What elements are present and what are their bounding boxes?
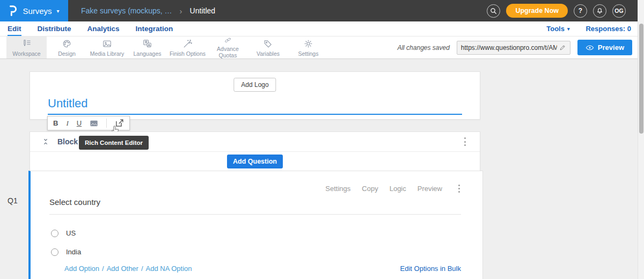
breadcrumb-separator-icon: › bbox=[180, 6, 182, 16]
tab-analytics[interactable]: Analytics bbox=[87, 21, 120, 36]
question-mark-icon: ? bbox=[579, 7, 582, 14]
survey-url-text: https://www.questionpro.com/t/AM1FwZ bbox=[461, 44, 557, 52]
save-status: All changes saved bbox=[397, 44, 449, 52]
question-settings-link[interactable]: Settings bbox=[325, 185, 350, 193]
scrollbar-thumb[interactable] bbox=[639, 24, 643, 134]
question-number: Q1 bbox=[8, 196, 18, 205]
editor-toolbar-row: Workspace Design Media Library Languages bbox=[0, 36, 644, 59]
add-other-link[interactable]: Add Other bbox=[107, 265, 138, 273]
question-actions: Settings Copy Logic Preview bbox=[325, 182, 462, 195]
add-option-link[interactable]: Add Option bbox=[64, 265, 99, 273]
eye-icon bbox=[586, 45, 594, 51]
bold-button[interactable]: B bbox=[53, 120, 58, 127]
toolbar-item-media-library[interactable]: Media Library bbox=[87, 36, 127, 58]
avatar[interactable]: OG bbox=[612, 4, 626, 18]
survey-title-input[interactable]: Untitled bbox=[48, 97, 88, 111]
breadcrumb-current: Untitled bbox=[190, 6, 215, 15]
tab-distribute[interactable]: Distribute bbox=[38, 21, 71, 36]
question-card: Settings Copy Logic Preview Select count… bbox=[28, 171, 483, 279]
block-menu-button[interactable] bbox=[462, 136, 468, 148]
toolbar-item-finish-options[interactable]: Finish Options bbox=[167, 36, 208, 58]
add-question-button[interactable]: Add Question bbox=[227, 155, 283, 168]
answer-option-row: India bbox=[51, 248, 81, 256]
underline-button[interactable]: U bbox=[77, 120, 82, 127]
topbar-actions: Upgrade Now ? OG bbox=[487, 4, 644, 18]
insert-image-button[interactable] bbox=[90, 120, 98, 127]
bell-icon bbox=[596, 7, 603, 14]
question-copy-link[interactable]: Copy bbox=[362, 185, 378, 193]
palette-icon bbox=[62, 39, 72, 49]
add-na-option-link[interactable]: Add NA Option bbox=[146, 265, 192, 273]
search-icon bbox=[490, 8, 497, 14]
toolbar-item-advance-quotas[interactable]: Advance Quotas bbox=[208, 36, 248, 58]
chevron-down-icon: ▾ bbox=[57, 8, 60, 14]
upgrade-button[interactable]: Upgrade Now bbox=[506, 4, 568, 18]
collapse-icon bbox=[42, 137, 49, 146]
translate-icon bbox=[142, 39, 152, 49]
tab-edit[interactable]: Edit bbox=[8, 21, 21, 36]
scrollbar-track[interactable] bbox=[638, 0, 644, 279]
title-focus-underline bbox=[48, 114, 462, 115]
breadcrumb-folder[interactable]: Fake surveys (mockups, … bbox=[81, 6, 172, 15]
survey-nav: Edit Distribute Analytics Integration To… bbox=[0, 21, 644, 36]
answer-option-row: US bbox=[51, 229, 76, 237]
toolbar-item-variables[interactable]: Variables bbox=[248, 36, 288, 58]
tooltip: Rich Content Editor bbox=[79, 136, 149, 150]
notifications-button[interactable] bbox=[593, 4, 606, 18]
toolbar-right: All changes saved https://www.questionpr… bbox=[397, 36, 644, 58]
chevron-down-icon: ▾ bbox=[567, 26, 570, 32]
question-logic-link[interactable]: Logic bbox=[390, 185, 406, 193]
nav-right: Tools ▾ Responses: 0 bbox=[546, 21, 631, 36]
gear-icon bbox=[303, 39, 313, 49]
italic-button[interactable]: I bbox=[66, 120, 68, 127]
toolbar-divider bbox=[106, 119, 107, 128]
question-text-input[interactable]: Select country bbox=[49, 197, 100, 207]
radio-button[interactable] bbox=[51, 230, 58, 237]
toolbar-item-workspace[interactable]: Workspace bbox=[6, 36, 47, 58]
search-button[interactable] bbox=[487, 4, 500, 18]
help-button[interactable]: ? bbox=[574, 4, 587, 18]
rich-text-toolbar: B I U bbox=[47, 116, 130, 130]
option-label[interactable]: India bbox=[66, 248, 81, 256]
tag-icon bbox=[263, 39, 273, 49]
image-icon bbox=[102, 39, 112, 49]
add-question-row: Add Question bbox=[30, 152, 480, 171]
question-divider bbox=[49, 214, 461, 215]
responses-count[interactable]: Responses: 0 bbox=[586, 25, 631, 33]
avatar-initials: OG bbox=[614, 8, 623, 14]
collapse-block-button[interactable] bbox=[42, 137, 49, 146]
survey-canvas: Add Logo Untitled B I U Rich Content Edi… bbox=[0, 59, 644, 279]
breadcrumb: Fake surveys (mockups, … › Untitled bbox=[68, 6, 487, 16]
top-bar: Surveys ▾ Fake surveys (mockups, … › Unt… bbox=[0, 0, 644, 21]
tab-integration[interactable]: Integration bbox=[136, 21, 173, 36]
product-label: Surveys bbox=[23, 6, 52, 16]
add-logo-button[interactable]: Add Logo bbox=[233, 78, 276, 92]
chain-link-icon bbox=[223, 36, 233, 44]
survey-url-field[interactable]: https://www.questionpro.com/t/AM1FwZ bbox=[457, 41, 570, 55]
survey-header-card: Add Logo Untitled bbox=[30, 71, 480, 120]
toolbar-item-settings[interactable]: Settings bbox=[288, 36, 328, 58]
questionpro-logo-icon bbox=[9, 5, 18, 17]
toolbar-item-languages[interactable]: Languages bbox=[127, 36, 167, 58]
tools-menu[interactable]: Tools ▾ bbox=[546, 25, 569, 33]
option-label[interactable]: US bbox=[66, 229, 76, 237]
edit-pencil-icon[interactable] bbox=[559, 44, 566, 51]
product-switcher[interactable]: Surveys ▾ bbox=[0, 0, 68, 21]
workspace-icon bbox=[21, 39, 32, 49]
edit-options-in-bulk-link[interactable]: Edit Options in Bulk bbox=[400, 265, 461, 273]
option-links: Add Option / Add Other / Add NA Option bbox=[64, 265, 192, 273]
question-preview-link[interactable]: Preview bbox=[418, 185, 442, 193]
toolbar-item-design[interactable]: Design bbox=[47, 36, 87, 58]
magic-wand-icon bbox=[182, 39, 193, 49]
question-menu-button[interactable] bbox=[456, 182, 462, 195]
preview-button[interactable]: Preview bbox=[577, 40, 632, 55]
radio-button[interactable] bbox=[51, 248, 58, 256]
